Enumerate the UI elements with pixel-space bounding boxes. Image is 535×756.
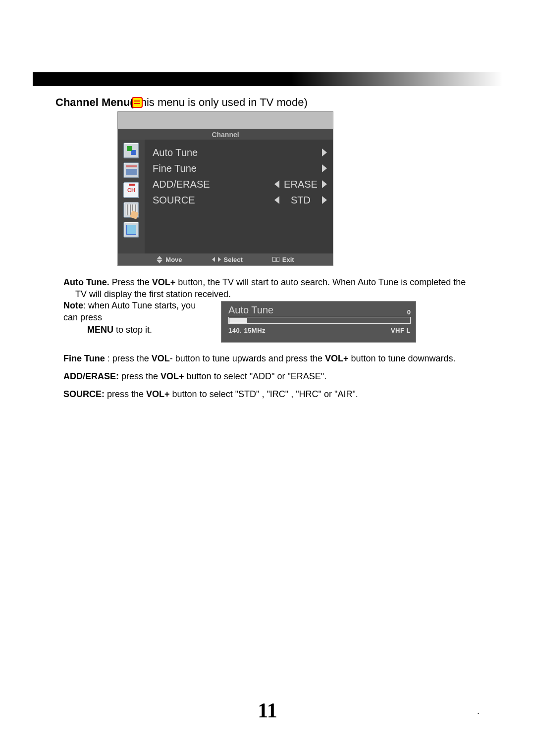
osd-body: Auto Tune Fine Tune ADD/ERASE ERASE xyxy=(118,140,333,253)
paragraph-add-erase: ADD/ERASE: press the VOL+ button to sele… xyxy=(63,370,480,382)
setup-tab-icon[interactable] xyxy=(123,202,139,218)
chevron-left-icon xyxy=(212,257,215,262)
progress-fill xyxy=(229,318,247,323)
paragraph-source: SOURCE: press the VOL+ button to select … xyxy=(63,388,480,400)
chevron-right-icon xyxy=(218,257,221,262)
progress-bar xyxy=(228,317,411,324)
progress-frequency: 140. 15MHz xyxy=(228,327,266,334)
footer-select: Select xyxy=(212,256,243,263)
chevron-right-icon xyxy=(322,149,327,156)
chevron-right-icon xyxy=(322,196,327,204)
menu-exit-icon xyxy=(272,257,279,262)
chevron-left-icon xyxy=(274,196,279,204)
osd-footer: Move Select Exit xyxy=(118,253,333,265)
section-heading: Channel Menu(his menu is only used in TV… xyxy=(55,95,308,109)
progress-band: VHF L xyxy=(391,327,411,334)
header-gradient-bar xyxy=(33,72,502,86)
chevron-up-icon xyxy=(157,256,162,259)
footer-move: Move xyxy=(157,256,182,263)
menu-label: SOURCE xyxy=(153,195,195,206)
paragraph-auto-tune: Auto Tune. Press the VOL+ button, the TV… xyxy=(63,276,480,301)
paragraph-note: Note: when Auto Tune starts, you can pre… xyxy=(63,300,212,336)
heading-bold: Channel Menu xyxy=(55,96,130,108)
channel-tab-icon[interactable] xyxy=(123,182,139,198)
chevron-down-icon xyxy=(157,260,162,263)
annotation-marker-icon xyxy=(132,97,143,108)
paragraph-fine-tune: Fine Tune : press the VOL- button to tun… xyxy=(63,353,480,364)
system-tab-icon[interactable] xyxy=(123,222,139,238)
chevron-left-icon xyxy=(274,180,279,188)
sound-tab-icon[interactable] xyxy=(123,162,139,178)
menu-value: ERASE xyxy=(283,179,318,190)
chevron-right-icon xyxy=(322,180,327,188)
osd-title: Channel xyxy=(118,129,333,140)
progress-channel-number: 0 xyxy=(407,308,411,316)
auto-tune-progress-panel: Auto Tune 0 140. 15MHz VHF L xyxy=(221,301,416,343)
menu-item-fine-tune[interactable]: Fine Tune xyxy=(153,160,327,176)
menu-label: Fine Tune xyxy=(153,163,197,174)
picture-tab-icon[interactable] xyxy=(123,143,139,158)
menu-item-source[interactable]: SOURCE STD xyxy=(153,192,327,208)
chevron-right-icon xyxy=(322,164,327,172)
progress-title: Auto Tune xyxy=(228,304,273,316)
menu-label: Auto Tune xyxy=(153,147,198,158)
osd-top-bar xyxy=(118,112,333,129)
osd-main: Auto Tune Fine Tune ADD/ERASE ERASE xyxy=(145,140,333,253)
osd-channel-menu: Channel Auto Tune Fine Tune xyxy=(117,111,333,266)
menu-value: STD xyxy=(283,195,318,206)
menu-item-add-erase[interactable]: ADD/ERASE ERASE xyxy=(153,176,327,192)
osd-sidebar xyxy=(118,140,145,253)
menu-label: ADD/ERASE xyxy=(153,179,210,190)
footer-exit: Exit xyxy=(272,256,294,263)
menu-item-auto-tune[interactable]: Auto Tune xyxy=(153,145,327,160)
page-number: 11 xyxy=(0,699,535,722)
